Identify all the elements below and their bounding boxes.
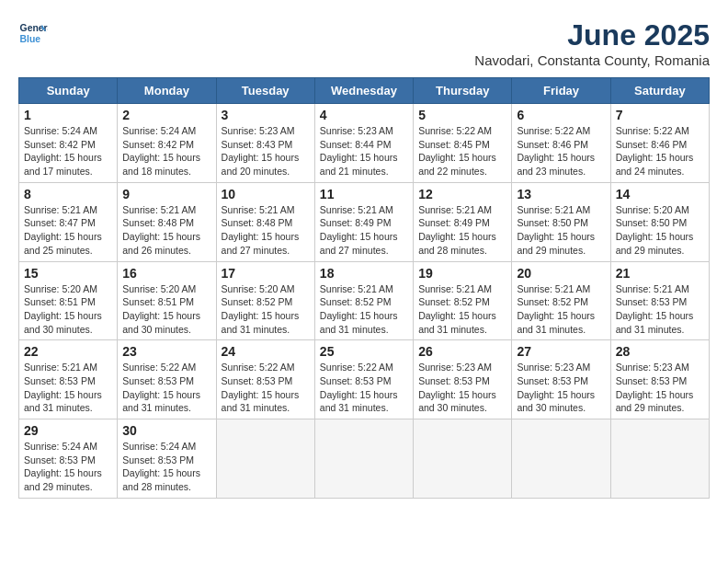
page-header: General Blue June 2025 Navodari, Constan…: [18, 18, 710, 68]
day-number: 24: [222, 344, 310, 359]
calendar-cell: 4Sunrise: 5:23 AM Sunset: 8:44 PM Daylig…: [314, 104, 413, 183]
day-header-friday: Friday: [512, 78, 610, 104]
calendar-cell: 18Sunrise: 5:21 AM Sunset: 8:52 PM Dayli…: [314, 261, 413, 340]
day-number: 29: [24, 423, 112, 438]
day-number: 14: [616, 187, 704, 201]
day-info: Sunrise: 5:23 AM Sunset: 8:44 PM Dayligh…: [320, 125, 398, 177]
day-info: Sunrise: 5:24 AM Sunset: 8:42 PM Dayligh…: [24, 125, 102, 177]
logo-icon: General Blue: [18, 18, 48, 48]
day-info: Sunrise: 5:23 AM Sunset: 8:53 PM Dayligh…: [517, 362, 595, 413]
day-number: 28: [616, 344, 704, 359]
day-info: Sunrise: 5:22 AM Sunset: 8:53 PM Dayligh…: [122, 362, 200, 413]
day-number: 16: [122, 266, 210, 281]
day-info: Sunrise: 5:21 AM Sunset: 8:52 PM Dayligh…: [418, 283, 496, 335]
day-info: Sunrise: 5:23 AM Sunset: 8:53 PM Dayligh…: [616, 362, 694, 413]
day-number: 5: [418, 108, 506, 122]
day-info: Sunrise: 5:21 AM Sunset: 8:48 PM Dayligh…: [222, 204, 300, 256]
calendar-cell: [512, 419, 610, 499]
day-number: 21: [616, 266, 704, 281]
week-row-5: 29Sunrise: 5:24 AM Sunset: 8:53 PM Dayli…: [19, 419, 710, 499]
day-info: Sunrise: 5:21 AM Sunset: 8:52 PM Dayligh…: [517, 283, 595, 335]
calendar-cell: 23Sunrise: 5:22 AM Sunset: 8:53 PM Dayli…: [118, 340, 216, 419]
day-info: Sunrise: 5:22 AM Sunset: 8:53 PM Dayligh…: [320, 362, 398, 413]
calendar-cell: 11Sunrise: 5:21 AM Sunset: 8:49 PM Dayli…: [314, 182, 413, 261]
calendar-cell: 12Sunrise: 5:21 AM Sunset: 8:49 PM Dayli…: [414, 182, 512, 261]
day-number: 17: [222, 266, 310, 281]
calendar-cell: 9Sunrise: 5:21 AM Sunset: 8:48 PM Daylig…: [118, 182, 216, 261]
day-info: Sunrise: 5:24 AM Sunset: 8:53 PM Dayligh…: [24, 441, 102, 492]
calendar-cell: 21Sunrise: 5:21 AM Sunset: 8:53 PM Dayli…: [610, 261, 709, 340]
calendar-cell: 27Sunrise: 5:23 AM Sunset: 8:53 PM Dayli…: [512, 340, 610, 419]
day-info: Sunrise: 5:23 AM Sunset: 8:43 PM Dayligh…: [222, 125, 300, 177]
day-number: 7: [616, 108, 704, 122]
day-number: 18: [320, 266, 408, 281]
day-info: Sunrise: 5:21 AM Sunset: 8:49 PM Dayligh…: [320, 204, 398, 256]
calendar-cell: 28Sunrise: 5:23 AM Sunset: 8:53 PM Dayli…: [610, 340, 709, 419]
week-row-4: 22Sunrise: 5:21 AM Sunset: 8:53 PM Dayli…: [19, 340, 710, 419]
calendar-cell: [314, 419, 413, 499]
day-info: Sunrise: 5:22 AM Sunset: 8:53 PM Dayligh…: [222, 362, 300, 413]
day-number: 23: [122, 344, 210, 359]
calendar-cell: 17Sunrise: 5:20 AM Sunset: 8:52 PM Dayli…: [216, 261, 314, 340]
calendar-cell: [414, 419, 512, 499]
calendar-cell: 25Sunrise: 5:22 AM Sunset: 8:53 PM Dayli…: [314, 340, 413, 419]
week-row-1: 1Sunrise: 5:24 AM Sunset: 8:42 PM Daylig…: [19, 104, 710, 183]
day-number: 6: [517, 108, 605, 122]
day-info: Sunrise: 5:20 AM Sunset: 8:52 PM Dayligh…: [222, 283, 300, 335]
day-number: 25: [320, 344, 408, 359]
day-number: 12: [418, 187, 506, 201]
day-info: Sunrise: 5:21 AM Sunset: 8:52 PM Dayligh…: [320, 283, 398, 335]
calendar-cell: 8Sunrise: 5:21 AM Sunset: 8:47 PM Daylig…: [19, 182, 118, 261]
day-number: 11: [320, 187, 408, 201]
day-number: 10: [222, 187, 310, 201]
calendar-cell: [216, 419, 314, 499]
day-info: Sunrise: 5:24 AM Sunset: 8:53 PM Dayligh…: [122, 441, 200, 492]
calendar-cell: 24Sunrise: 5:22 AM Sunset: 8:53 PM Dayli…: [216, 340, 314, 419]
calendar-cell: 22Sunrise: 5:21 AM Sunset: 8:53 PM Dayli…: [19, 340, 118, 419]
calendar-cell: [610, 419, 709, 499]
day-header-sunday: Sunday: [19, 78, 118, 104]
day-number: 30: [122, 423, 210, 438]
calendar-subtitle: Navodari, Constanta County, Romania: [474, 52, 710, 68]
day-header-thursday: Thursday: [414, 78, 512, 104]
day-number: 26: [418, 344, 506, 359]
day-info: Sunrise: 5:22 AM Sunset: 8:46 PM Dayligh…: [517, 125, 595, 177]
calendar-cell: 3Sunrise: 5:23 AM Sunset: 8:43 PM Daylig…: [216, 104, 314, 183]
calendar-cell: 16Sunrise: 5:20 AM Sunset: 8:51 PM Dayli…: [118, 261, 216, 340]
svg-text:Blue: Blue: [20, 34, 41, 44]
calendar-cell: 5Sunrise: 5:22 AM Sunset: 8:45 PM Daylig…: [414, 104, 512, 183]
day-number: 9: [122, 187, 210, 201]
day-number: 19: [418, 266, 506, 281]
calendar-title: June 2025: [474, 18, 710, 52]
day-number: 1: [24, 108, 112, 122]
calendar-cell: 2Sunrise: 5:24 AM Sunset: 8:42 PM Daylig…: [118, 104, 216, 183]
calendar-cell: 13Sunrise: 5:21 AM Sunset: 8:50 PM Dayli…: [512, 182, 610, 261]
calendar-cell: 7Sunrise: 5:22 AM Sunset: 8:46 PM Daylig…: [610, 104, 709, 183]
day-info: Sunrise: 5:23 AM Sunset: 8:53 PM Dayligh…: [418, 362, 496, 413]
day-number: 15: [24, 266, 112, 281]
calendar-cell: 10Sunrise: 5:21 AM Sunset: 8:48 PM Dayli…: [216, 182, 314, 261]
day-info: Sunrise: 5:20 AM Sunset: 8:51 PM Dayligh…: [24, 283, 102, 335]
day-info: Sunrise: 5:21 AM Sunset: 8:53 PM Dayligh…: [24, 362, 102, 413]
calendar-cell: 15Sunrise: 5:20 AM Sunset: 8:51 PM Dayli…: [19, 261, 118, 340]
day-info: Sunrise: 5:21 AM Sunset: 8:50 PM Dayligh…: [517, 204, 595, 256]
day-number: 22: [24, 344, 112, 359]
day-header-monday: Monday: [118, 78, 216, 104]
day-info: Sunrise: 5:21 AM Sunset: 8:49 PM Dayligh…: [418, 204, 496, 256]
calendar-cell: 6Sunrise: 5:22 AM Sunset: 8:46 PM Daylig…: [512, 104, 610, 183]
day-header-wednesday: Wednesday: [314, 78, 413, 104]
day-info: Sunrise: 5:21 AM Sunset: 8:47 PM Dayligh…: [24, 204, 102, 256]
calendar-cell: 29Sunrise: 5:24 AM Sunset: 8:53 PM Dayli…: [19, 419, 118, 499]
day-info: Sunrise: 5:21 AM Sunset: 8:53 PM Dayligh…: [616, 283, 694, 335]
day-info: Sunrise: 5:24 AM Sunset: 8:42 PM Dayligh…: [122, 125, 200, 177]
day-number: 2: [122, 108, 210, 122]
calendar-table: SundayMondayTuesdayWednesdayThursdayFrid…: [18, 77, 710, 499]
day-number: 4: [320, 108, 408, 122]
calendar-cell: 26Sunrise: 5:23 AM Sunset: 8:53 PM Dayli…: [414, 340, 512, 419]
day-info: Sunrise: 5:21 AM Sunset: 8:48 PM Dayligh…: [122, 204, 200, 256]
day-header-tuesday: Tuesday: [216, 78, 314, 104]
calendar-cell: 30Sunrise: 5:24 AM Sunset: 8:53 PM Dayli…: [118, 419, 216, 499]
day-number: 3: [222, 108, 310, 122]
day-info: Sunrise: 5:20 AM Sunset: 8:50 PM Dayligh…: [616, 204, 694, 256]
calendar-cell: 20Sunrise: 5:21 AM Sunset: 8:52 PM Dayli…: [512, 261, 610, 340]
